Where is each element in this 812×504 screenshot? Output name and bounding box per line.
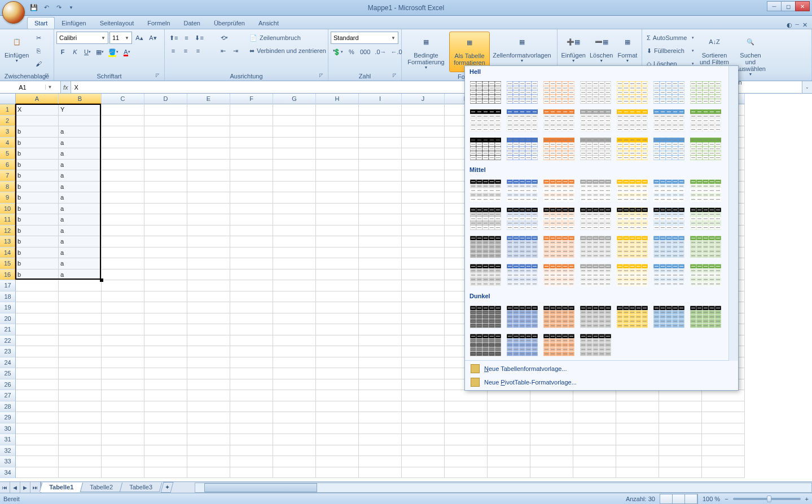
cell[interactable] xyxy=(59,467,102,479)
cell[interactable] xyxy=(359,126,402,138)
cell[interactable] xyxy=(402,335,445,347)
cell[interactable] xyxy=(402,192,445,204)
cell[interactable] xyxy=(402,204,445,215)
cell[interactable] xyxy=(402,291,445,303)
table-style-option[interactable] xyxy=(615,136,649,162)
cell[interactable] xyxy=(530,401,573,413)
column-header[interactable]: G xyxy=(273,94,316,104)
cell[interactable] xyxy=(102,346,144,357)
cell[interactable] xyxy=(59,291,102,303)
page-break-view-button[interactable] xyxy=(685,494,697,503)
cell[interactable] xyxy=(102,379,144,391)
cell[interactable] xyxy=(102,116,144,127)
cell[interactable] xyxy=(316,302,359,313)
cell[interactable] xyxy=(359,226,402,237)
gallery-scrollbar[interactable] xyxy=(728,66,738,361)
copy-button[interactable]: ⎘ xyxy=(32,45,45,57)
column-header[interactable]: D xyxy=(144,94,187,104)
cell[interactable] xyxy=(16,313,59,325)
cell[interactable] xyxy=(402,357,445,369)
row-header[interactable]: 32 xyxy=(0,445,16,457)
cell[interactable] xyxy=(402,269,445,281)
grow-font-button[interactable]: A▴ xyxy=(133,32,146,44)
cell[interactable] xyxy=(230,313,273,325)
cell[interactable] xyxy=(359,390,402,401)
cell[interactable] xyxy=(59,434,102,445)
column-header[interactable]: I xyxy=(359,94,402,104)
cell[interactable] xyxy=(273,214,316,226)
cell[interactable] xyxy=(187,379,230,391)
cell[interactable] xyxy=(659,467,702,479)
cell[interactable] xyxy=(230,138,273,149)
column-header[interactable]: J xyxy=(402,94,445,104)
cell-styles-button[interactable]: ▦Zellenformatvorlagen▼ xyxy=(491,32,553,64)
cell[interactable] xyxy=(359,280,402,291)
table-style-option[interactable] xyxy=(542,234,576,260)
cell[interactable] xyxy=(230,269,273,281)
align-left-button[interactable]: ≡ xyxy=(167,45,179,57)
cell[interactable] xyxy=(316,335,359,347)
cell[interactable] xyxy=(573,434,616,445)
font-name-combo[interactable]: Calibri▼ xyxy=(56,32,108,44)
table-style-option[interactable] xyxy=(505,262,539,288)
cell[interactable] xyxy=(59,313,102,325)
merge-center-button[interactable]: ⬌Verbinden und zentrieren▾ xyxy=(247,45,337,57)
cell[interactable] xyxy=(102,412,144,423)
cell[interactable] xyxy=(359,445,402,457)
cell[interactable] xyxy=(102,258,144,269)
cell[interactable] xyxy=(273,258,316,269)
number-launcher-icon[interactable]: ◸ xyxy=(391,73,398,79)
cell[interactable] xyxy=(144,368,187,379)
cell[interactable] xyxy=(402,126,445,138)
cell[interactable] xyxy=(59,335,102,347)
cell[interactable] xyxy=(144,401,187,413)
cell[interactable] xyxy=(187,138,230,149)
table-style-option[interactable] xyxy=(688,262,723,288)
cell[interactable] xyxy=(273,247,316,259)
name-box-arrow-icon[interactable]: ▼ xyxy=(45,85,54,90)
delete-cells-button[interactable]: ➖▦Löschen▼ xyxy=(588,32,615,64)
cell[interactable]: a xyxy=(59,236,102,247)
cell[interactable]: a xyxy=(59,170,102,182)
cell[interactable] xyxy=(402,226,445,237)
cell[interactable] xyxy=(102,204,144,215)
row-header[interactable]: 22 xyxy=(0,335,16,347)
cell[interactable] xyxy=(359,346,402,357)
table-style-option[interactable] xyxy=(468,79,503,105)
comma-button[interactable]: 000 xyxy=(358,46,372,58)
cell[interactable] xyxy=(445,445,488,457)
cell[interactable] xyxy=(316,434,359,445)
cell[interactable] xyxy=(359,170,402,182)
sheet-tab[interactable]: Tabelle1 xyxy=(39,483,84,492)
row-header[interactable]: 30 xyxy=(0,423,16,435)
table-style-option[interactable] xyxy=(468,304,503,330)
cell[interactable] xyxy=(488,467,530,479)
cell[interactable] xyxy=(102,456,144,467)
row-header[interactable]: 23 xyxy=(0,346,16,357)
cell[interactable] xyxy=(659,456,702,467)
cell[interactable] xyxy=(187,226,230,237)
cell[interactable] xyxy=(359,236,402,247)
cell[interactable] xyxy=(273,226,316,237)
table-style-option[interactable] xyxy=(468,136,503,162)
cell[interactable] xyxy=(16,280,59,291)
row-header[interactable]: 34 xyxy=(0,467,16,479)
cell[interactable] xyxy=(187,302,230,313)
cell[interactable] xyxy=(616,445,659,457)
table-style-option[interactable] xyxy=(468,332,503,358)
table-style-option[interactable] xyxy=(652,136,686,162)
row-header[interactable]: 15 xyxy=(0,258,16,269)
table-style-option[interactable] xyxy=(505,234,539,260)
cell[interactable] xyxy=(616,456,659,467)
cell[interactable] xyxy=(359,324,402,335)
cell[interactable] xyxy=(402,390,445,401)
cell[interactable] xyxy=(616,412,659,423)
sheet-tab[interactable]: Tabelle3 xyxy=(120,483,163,492)
sheet-nav-first[interactable]: ⏮ xyxy=(0,482,10,493)
table-style-option[interactable] xyxy=(542,262,576,288)
cell[interactable] xyxy=(187,291,230,303)
cell[interactable] xyxy=(144,423,187,435)
cell[interactable] xyxy=(59,357,102,369)
cell[interactable] xyxy=(316,346,359,357)
ribbon-tab-formeln[interactable]: Formeln xyxy=(141,17,177,29)
